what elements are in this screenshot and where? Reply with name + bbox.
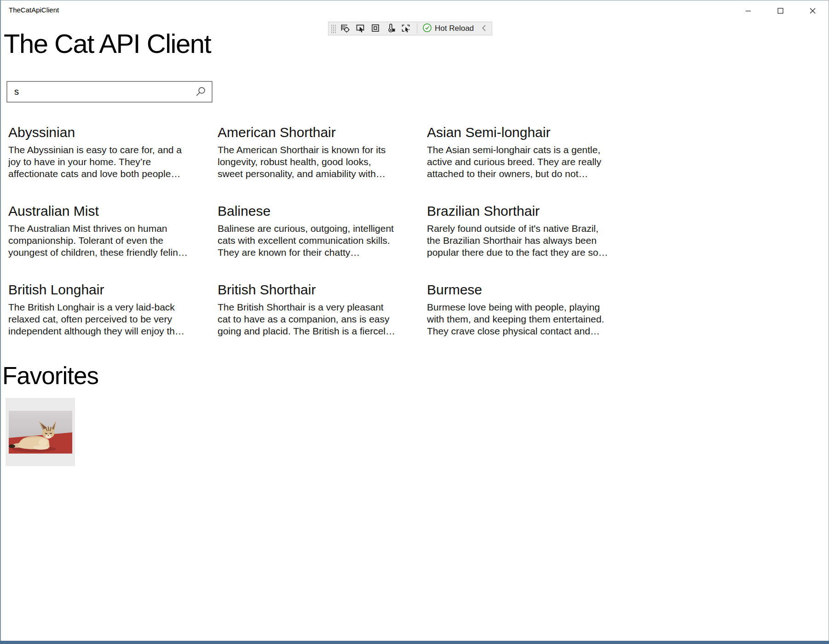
toolbar-grip-handle[interactable] xyxy=(331,24,336,33)
abyssinian-cat-photo xyxy=(9,411,72,454)
enable-selection-icon xyxy=(355,23,365,34)
window-controls xyxy=(732,0,829,21)
maximize-icon xyxy=(777,8,783,14)
minimize-icon xyxy=(745,8,751,14)
breed-description: Burmese love being with people, playing … xyxy=(427,301,608,337)
breed-description: The British Longhair is a very laid-back… xyxy=(8,301,190,337)
maximize-button[interactable] xyxy=(764,0,796,21)
breed-description: Rarely found outside of it's native Braz… xyxy=(427,223,608,259)
breed-card-american-shorthair[interactable]: American Shorthair The American Shorthai… xyxy=(218,123,399,180)
breed-name: British Shorthair xyxy=(218,281,399,299)
favorites-title: Favorites xyxy=(2,362,98,389)
vs-inapp-debug-toolbar: Hot Reload xyxy=(328,22,492,35)
breed-name: Burmese xyxy=(427,281,608,299)
window-accent-bottom-bar xyxy=(0,641,829,644)
chevron-left-icon xyxy=(481,24,487,33)
search-box xyxy=(6,81,213,103)
search-input[interactable] xyxy=(6,81,213,103)
window-border-left xyxy=(0,0,1,644)
go-to-live-visual-tree-button[interactable] xyxy=(339,23,351,34)
breed-list: Abyssinian The Abyssinian is easy to car… xyxy=(8,123,636,337)
window-title: TheCatApiClient xyxy=(9,6,59,14)
breed-card-asian-semi-longhair[interactable]: Asian Semi-longhair The Asian semi-longh… xyxy=(427,123,608,180)
breed-name: Abyssinian xyxy=(8,123,190,142)
breed-card-australian-mist[interactable]: Australian Mist The Australian Mist thri… xyxy=(8,202,190,259)
display-layout-adorners-icon xyxy=(370,23,380,34)
breed-card-burmese[interactable]: Burmese Burmese love being with people, … xyxy=(427,281,608,337)
toolbar-collapse-button[interactable] xyxy=(480,23,488,34)
display-layout-adorners-button[interactable] xyxy=(369,23,381,34)
thermometer-icon xyxy=(386,23,396,34)
breed-name: British Longhair xyxy=(8,281,190,299)
breed-description: The Asian semi-longhair cats is a gentle… xyxy=(427,144,608,180)
enable-selection-button[interactable] xyxy=(354,23,366,34)
track-focused-element-button[interactable] xyxy=(400,23,412,34)
title-bar[interactable]: TheCatApiClient xyxy=(1,0,829,21)
breed-name: Balinese xyxy=(218,202,399,220)
breed-card-british-shorthair[interactable]: British Shorthair The British Shorthair … xyxy=(218,281,399,337)
favorite-item[interactable] xyxy=(6,398,75,466)
hot-reload-label: Hot Reload xyxy=(435,24,474,33)
app-window: TheCatApiClient xyxy=(0,0,829,644)
breed-name: Australian Mist xyxy=(8,202,190,220)
toolbar-separator xyxy=(417,23,417,34)
breed-description: The British Shorthair is a very pleasant… xyxy=(218,301,399,337)
breed-name: Asian Semi-longhair xyxy=(427,123,608,142)
track-focused-element-icon xyxy=(401,23,411,34)
breed-card-balinese[interactable]: Balinese Balinese are curious, outgoing,… xyxy=(218,202,399,259)
hot-reload-button[interactable]: Hot Reload xyxy=(422,23,474,34)
breed-card-brazilian-shorthair[interactable]: Brazilian Shorthair Rarely found outside… xyxy=(427,202,608,259)
breed-card-abyssinian[interactable]: Abyssinian The Abyssinian is easy to car… xyxy=(8,123,190,180)
page-title: The Cat API Client xyxy=(4,29,211,59)
breed-description: The Australian Mist thrives on human com… xyxy=(8,223,190,259)
close-icon xyxy=(810,8,816,14)
breed-description: The Abyssinian is easy to care for, and … xyxy=(8,144,190,180)
minimize-button[interactable] xyxy=(732,0,764,21)
breed-name: American Shorthair xyxy=(218,123,399,142)
breed-name: Brazilian Shorthair xyxy=(427,202,608,220)
close-button[interactable] xyxy=(796,0,829,21)
go-to-live-visual-tree-icon xyxy=(340,23,350,34)
thermometer-button[interactable] xyxy=(385,23,397,34)
search-icon[interactable] xyxy=(195,86,206,99)
breed-card-british-longhair[interactable]: British Longhair The British Longhair is… xyxy=(8,281,190,337)
breed-description: The American Shorthair is known for its … xyxy=(218,144,399,180)
hot-reload-check-icon xyxy=(422,23,432,34)
breed-description: Balinese are curious, outgoing, intellig… xyxy=(218,223,399,259)
